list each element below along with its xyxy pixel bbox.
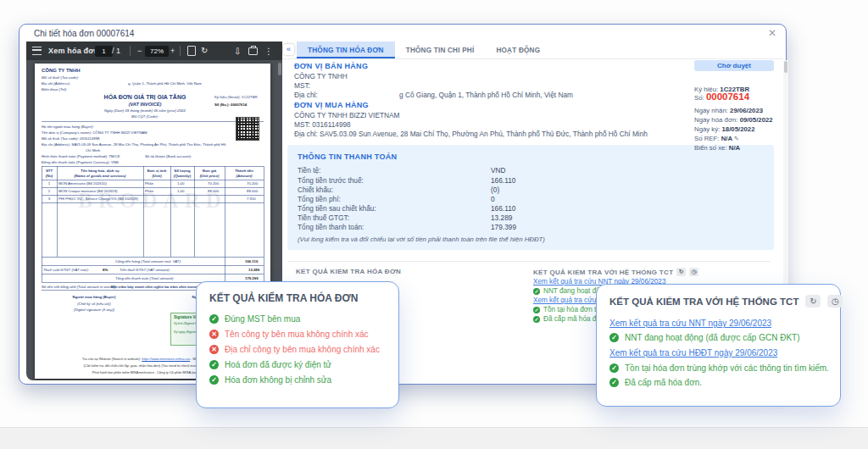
check-icon [209,360,219,369]
invoice-addr-value: g, Quận 1, Thành phố Hồ Chí Minh, Việt N… [128,81,202,86]
payment-label: Tiền thuế GTGT: [298,213,349,222]
invoice-seller-name: CÔNG TY TNHH [42,68,81,74]
table-cell: 1,00 [177,181,184,186]
lookup-link[interactable]: https://www.meinvoice.vn/tra-cuu [142,357,190,361]
status-badge[interactable]: Chờ duyệt [694,60,774,71]
hddt-lookup-link[interactable]: Xem kết quả tra cứu HĐĐT ngày 29/06/2023 [609,348,777,358]
tct-check-popup: KẾT QUẢ KIỂM TRA VỚI HỆ THỐNG TCT ↻ ◷ Xe… [596,284,841,407]
invoice-tel-label: Điện thoại (Tel): [42,87,67,91]
invoice-addr-label: Địa chỉ (Address): [42,81,70,86]
invoice-buyer-company: Tên đơn vị (Company's name): CÔNG TY TNH… [42,130,147,135]
tab-invoice-info[interactable]: THÔNG TIN HÓA ĐƠN [297,42,395,58]
refresh-icon[interactable]: ↻ [676,268,686,276]
collapse-panel-button[interactable]: « [283,44,294,55]
payment-label: Tiền tệ: [298,166,320,175]
col-header: (No) [42,174,57,178]
more-options-button[interactable]: ⋮ [264,42,273,60]
col-header: Tên hàng hóa, dịch vụ [57,169,143,173]
payment-label: Tổng tiền thanh toán: [298,223,364,231]
col-header: STT [42,169,57,173]
rotate-button[interactable]: ↻ [201,42,208,60]
col-header: (Name of goods and services) [57,174,143,178]
scrollbar-thumb[interactable] [784,61,787,73]
cross-icon [209,345,219,354]
table-cell: 2 [42,189,57,193]
zoom-out-button[interactable]: − [137,42,142,60]
col-header: Đơn giá [194,169,225,173]
col-header: Số lượng [170,169,194,173]
payment-heading: THÔNG TIN THANH TOÁN [298,152,397,161]
invoice-buyer-label: Họ tên người mua hàng (Buyer): [42,125,94,129]
payment-label: Chiết khấu: [298,186,333,194]
seller-addr-label: Địa chỉ: [294,91,318,99]
fit-page-button[interactable] [187,42,196,60]
page-bottom-strip [0,427,868,449]
buyer-sign-sub2: (Digital signature (if any)) [52,308,136,312]
check-item: Đúng MST bên mua [209,314,300,324]
download-button[interactable]: ⇩ [234,42,241,60]
invoice-number: Số (No.): 00007614 [214,103,247,107]
col-header: Đơn vị tính [143,169,170,173]
check-icon [609,363,619,373]
check-item: Tên công ty bên mua không chính xác [209,330,369,339]
print-button[interactable] [248,42,258,60]
pdf-toolbar: Xem hóa đơn 1 / 1 − 72% + ↻ ⇩ ⋮ [26,42,282,60]
vat-rate: 8% [103,268,108,272]
tab-activity[interactable]: HOẠT ĐỘNG [485,42,551,58]
invoice-date-line: Ngày (Date) 09 tháng (month) 05 năm (yea… [69,108,221,113]
buyer-heading: ĐƠN VỊ MUA HÀNG [294,101,369,109]
history-icon[interactable]: ◷ [689,268,698,276]
invoice-subtitle: (VAT INVOICE) [69,102,221,108]
check-icon [209,375,219,385]
menu-icon[interactable] [32,42,42,60]
check-icon [533,288,540,295]
buyer-sign-title: Người mua hàng (Buyer) [52,295,136,299]
toolbar-separator [180,42,181,60]
check-icon [533,316,540,323]
tct-check-popup-title: KẾT QUẢ KIỂM TRA VỚI HỆ THỐNG TCT ↻ ◷ [609,295,843,308]
table-cell: 70.200 [208,181,219,186]
seller-mst: MST: [294,81,310,90]
refresh-icon[interactable]: ↻ [805,295,821,308]
table-cell: PHÍ PHỤC VỤ - Service Charge 5% (Bill 20… [58,197,138,201]
zoom-in-button[interactable]: + [170,42,175,60]
meta-field: Biển số xe: N/A [694,138,740,153]
invoice-check-heading: KẾT QUẢ KIỂM TRA HÓA ĐƠN [296,268,401,275]
tab-cost-info[interactable]: THÔNG TIN CHI PHÍ [395,42,486,58]
payment-value: 166.110 [491,176,515,185]
vat-rate-label: Thuế suất GTGT (VAT rate): [43,268,89,272]
check-item: Tồn tại hóa đơn trùng khớp với các thông… [609,363,829,373]
col-header: Thành tiền [225,169,264,173]
vat-label: Tiền thuế GTGT (VAT amount): [120,268,170,272]
invoice-buyer-addr: Địa chỉ (Address): SAV5.03.09 Sun Avenue… [42,142,225,147]
payment-label: Tổng tiền trước thuế: [298,176,364,185]
zoom-level[interactable]: 72% [145,42,169,60]
seller-addr-value: g Cô Giang, Quận 1, Thành phố Hồ Chí Min… [399,91,573,99]
vat-value: 13.289 [248,268,259,272]
history-icon[interactable]: ◷ [827,295,843,308]
page-number-input[interactable]: 1 [95,42,113,60]
grand-value: 179.399 [245,276,259,280]
invoice-check-popup-title: KẾT QUẢ KIỂM TRA HÓA ĐƠN [209,292,358,304]
payment-value: 0 [491,195,495,203]
tct-check-heading: KẾT QUẢ KIỂM TRA VỚI HỆ THỐNG TCT ↻ ◷ [533,268,698,276]
tabs-bar: « THÔNG TIN HÓA ĐƠN THÔNG TIN CHI PHÍ HO… [282,42,783,59]
words-label: Số tiền viết bằng chữ (Total amount in w… [42,285,116,289]
invoice-serial: Ký hiệu (Serial): 1C22TBR [214,95,258,99]
check-item: Địa chỉ công ty bên mua không chính xác [209,345,380,354]
payment-value: 166.110 [491,204,515,213]
check-item: Đã cấp mã hóa đơn. [609,378,702,387]
invoice-buyer-addr2: Chí Minh [86,148,100,152]
screen: Chi tiết hóa đơn 00007614 ✕ Xem hóa đơn … [0,0,868,449]
invoice-title: HÓA ĐƠN GIÁ TRỊ GIA TĂNG [69,94,221,101]
nnt-lookup-link[interactable]: Xem kết quả tra cứu NNT ngày 29/06/2023 [609,319,771,328]
pdf-scrollbar-thumb[interactable] [278,63,281,75]
col-header: (Quantity) [170,174,194,178]
payment-info-box: THÔNG TIN THANH TOÁN Tiền tệ:VND Tổng ti… [287,145,774,250]
check-icon [533,307,540,313]
modal-title: Chi tiết hóa đơn 00007614 [34,29,134,38]
buyer-sign-sub: (Chữ ký số (nếu có)) [52,302,136,306]
close-icon[interactable]: ✕ [768,28,776,38]
check-icon [209,314,219,324]
section-divider [287,261,771,262]
